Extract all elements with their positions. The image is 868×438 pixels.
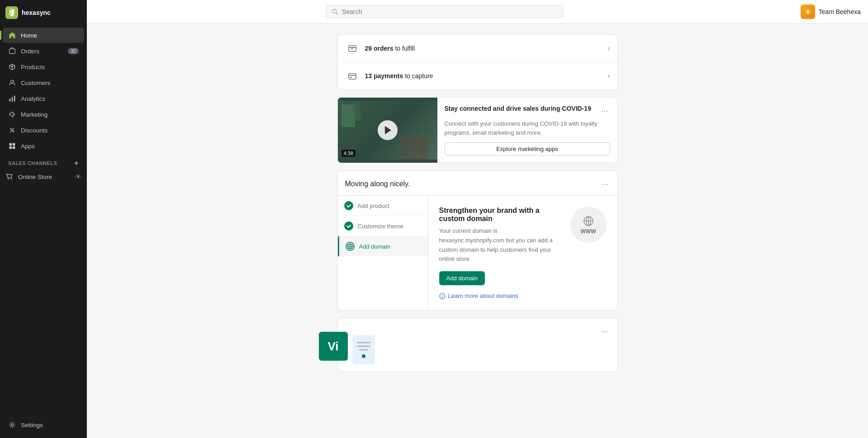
video-duration: 4:38 xyxy=(342,150,356,157)
play-triangle-icon xyxy=(385,126,391,134)
progress-body: Add product Customize theme xyxy=(338,195,617,310)
video-card: 4:38 Stay connected and drive sales duri… xyxy=(337,97,618,163)
sidebar-item-settings[interactable]: Settings xyxy=(3,417,84,433)
sales-channels-label: SALES CHANNELS xyxy=(8,160,57,166)
play-button[interactable] xyxy=(378,120,398,140)
svg-rect-1 xyxy=(9,49,15,53)
sidebar-header: hexasync xyxy=(0,0,87,25)
sidebar-item-products[interactable]: Products xyxy=(3,59,84,75)
video-thumbnail[interactable]: 4:38 xyxy=(338,98,437,163)
step-add-product[interactable]: Add product xyxy=(338,196,428,216)
sidebar-item-analytics[interactable]: Analytics xyxy=(3,91,84,106)
sidebar-item-marketing[interactable]: Marketing xyxy=(3,107,84,122)
orders-suffix: to fulfill xyxy=(394,45,415,52)
sidebar-item-marketing-label: Marketing xyxy=(21,111,47,118)
content-inner: 29 orders to fulfill › 13 payments to ca… xyxy=(337,34,618,372)
add-domain-button[interactable]: Add domain xyxy=(439,271,485,285)
step-add-domain-label: Add domain xyxy=(359,243,390,250)
sidebar-item-discounts-label: Discounts xyxy=(21,127,47,134)
main-content: 29 orders to fulfill › 13 payments to ca… xyxy=(87,24,868,438)
www-text: WWW xyxy=(581,228,596,235)
step-add-product-label: Add product xyxy=(358,203,389,209)
sidebar-item-discounts[interactable]: Discounts xyxy=(3,122,84,138)
online-store-label: Online Store xyxy=(18,174,52,180)
products-icon xyxy=(8,63,16,71)
sidebar-item-apps[interactable]: Apps xyxy=(3,138,84,154)
customers-icon xyxy=(8,79,16,87)
payments-action-icon xyxy=(345,69,360,83)
doc-icon xyxy=(352,335,375,364)
orders-icon xyxy=(8,47,16,55)
sidebar-item-customers[interactable]: Customers xyxy=(3,75,84,90)
svg-rect-15 xyxy=(806,11,809,13)
svg-point-12 xyxy=(11,424,14,426)
discounts-icon xyxy=(8,126,16,134)
svg-rect-16 xyxy=(349,46,356,52)
domain-visual: WWW xyxy=(570,207,607,243)
svg-point-7 xyxy=(13,131,14,132)
step-customize-theme[interactable]: Customize theme xyxy=(338,216,428,236)
sidebar-item-home[interactable]: Home xyxy=(3,28,84,43)
settings-label: Settings xyxy=(21,422,43,429)
sidebar-item-orders-label: Orders xyxy=(21,48,39,55)
svg-rect-9 xyxy=(13,143,15,146)
settings-icon xyxy=(8,421,16,429)
bottom-card-body: Vi xyxy=(345,337,610,364)
svg-rect-18 xyxy=(350,77,352,78)
learn-more-link[interactable]: Learn more about domains xyxy=(439,292,607,299)
progress-more-button[interactable]: ··· xyxy=(599,178,610,190)
add-sales-channel-button[interactable]: + xyxy=(74,160,79,167)
svg-rect-17 xyxy=(349,74,356,79)
step-detail-row: Strengthen your brand with a custom doma… xyxy=(439,207,607,285)
svg-rect-5 xyxy=(14,96,15,102)
progress-header: Moving along nicely. ··· xyxy=(338,171,617,195)
action-card: 29 orders to fulfill › 13 payments to ca… xyxy=(337,34,618,90)
step-add-domain[interactable]: Add domain xyxy=(338,236,428,256)
marketing-icon xyxy=(8,110,16,118)
search-input[interactable] xyxy=(342,8,558,15)
step-detail-inner: Strengthen your brand with a custom doma… xyxy=(439,207,607,299)
sidebar: hexasync Home Orders 30 Products xyxy=(0,0,87,438)
step-detail-desc: Your current domain is hexasync.myshopif… xyxy=(439,226,561,264)
step-customize-theme-label: Customize theme xyxy=(358,223,403,230)
svg-rect-10 xyxy=(9,146,12,149)
step-check-add-product xyxy=(344,201,353,210)
payments-action-row[interactable]: 13 payments to capture › xyxy=(338,62,617,89)
explore-marketing-button[interactable]: Explore marketing apps xyxy=(445,142,610,155)
sidebar-item-online-store[interactable]: Online Store 👁 xyxy=(0,169,87,184)
step-check-add-domain xyxy=(346,242,355,251)
video-info-header: Stay connected and drive sales during CO… xyxy=(445,105,610,117)
bottom-card: ··· Vi xyxy=(337,318,618,372)
analytics-icon xyxy=(8,94,16,103)
steps-list: Add product Customize theme xyxy=(338,196,428,310)
store-name: hexasync xyxy=(22,9,51,16)
www-badge: WWW xyxy=(570,207,607,243)
orders-chevron-icon: › xyxy=(607,44,610,52)
bottom-card-more-button[interactable]: ··· xyxy=(599,325,610,337)
svg-rect-8 xyxy=(9,143,12,146)
step-detail: Strengthen your brand with a custom doma… xyxy=(428,196,617,310)
info-icon xyxy=(439,293,446,299)
svg-point-2 xyxy=(11,80,14,83)
video-info: Stay connected and drive sales during CO… xyxy=(437,98,617,163)
search-bar[interactable] xyxy=(326,5,564,19)
sidebar-nav: Home Orders 30 Products Customers xyxy=(0,25,87,417)
sidebar-item-orders[interactable]: Orders 30 xyxy=(3,43,84,59)
svg-point-13 xyxy=(332,9,336,13)
video-more-button[interactable]: ··· xyxy=(599,105,610,117)
svg-rect-4 xyxy=(12,97,13,102)
progress-card: Moving along nicely. ··· Add product xyxy=(337,170,618,311)
apps-icon xyxy=(8,142,16,150)
sidebar-item-customers-label: Customers xyxy=(21,80,50,86)
main-area: Team Beehexa 29 orders to fulfill › xyxy=(87,0,868,438)
step-detail-title: Strengthen your brand with a custom doma… xyxy=(439,207,561,223)
payments-action-text: 13 payments to capture xyxy=(365,72,608,80)
svg-rect-11 xyxy=(13,146,15,149)
home-icon xyxy=(8,31,16,39)
online-store-eye-icon: 👁 xyxy=(75,173,81,180)
step-detail-text: Strengthen your brand with a custom doma… xyxy=(439,207,561,285)
payments-chevron-icon: › xyxy=(607,72,610,80)
orders-action-row[interactable]: 29 orders to fulfill › xyxy=(338,35,617,62)
orders-action-text: 29 orders to fulfill xyxy=(365,45,608,52)
team-badge[interactable]: Team Beehexa xyxy=(801,5,861,19)
